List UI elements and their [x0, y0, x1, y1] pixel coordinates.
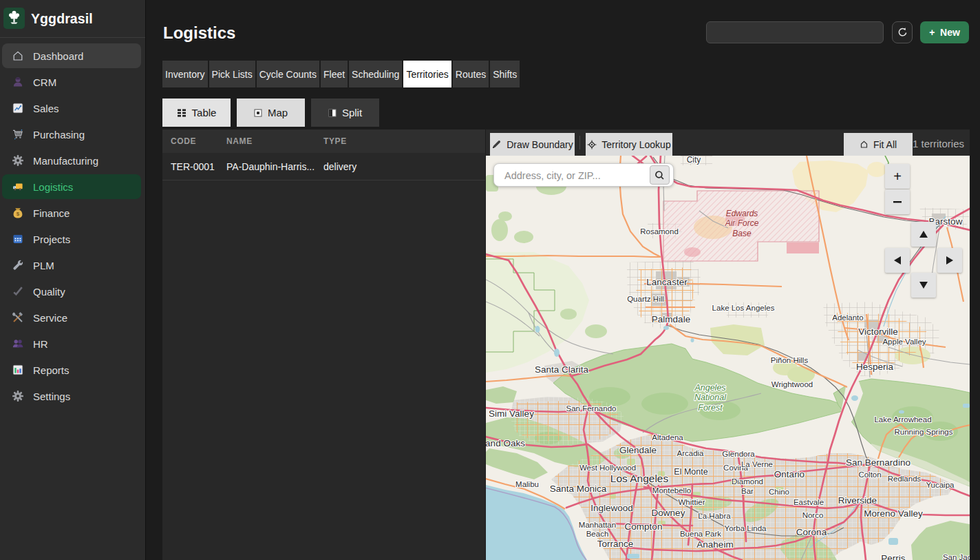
svg-text:Whittier: Whittier: [679, 498, 705, 506]
svg-text:Santa Monica: Santa Monica: [550, 484, 607, 494]
svg-text:Buena Park: Buena Park: [680, 530, 721, 538]
svg-text:El Monte: El Monte: [674, 467, 707, 477]
svg-text:Norco: Norco: [802, 511, 824, 519]
svg-text:Redlands: Redlands: [888, 475, 922, 483]
svg-text:Lake Los Angeles: Lake Los Angeles: [712, 304, 775, 312]
svg-text:La Habra: La Habra: [698, 512, 731, 520]
svg-text:Glendora: Glendora: [722, 450, 755, 458]
svg-text:Santa Clarita: Santa Clarita: [535, 364, 589, 375]
svg-text:Hesperia: Hesperia: [856, 362, 894, 372]
svg-text:Glendale: Glendale: [619, 445, 657, 455]
svg-text:Running Springs: Running Springs: [894, 428, 952, 436]
svg-text:Colton: Colton: [858, 470, 881, 479]
svg-text:Corona: Corona: [796, 527, 827, 537]
svg-text:Downey: Downey: [652, 508, 685, 518]
svg-text:San Jaci: San Jaci: [943, 553, 970, 560]
svg-text:San Bernardino: San Bernardino: [846, 457, 910, 468]
svg-text:Angeles: Angeles: [694, 383, 725, 393]
svg-text:Apple Valley: Apple Valley: [882, 338, 926, 346]
svg-text:Base: Base: [732, 229, 752, 238]
svg-text:Adelanto: Adelanto: [832, 313, 863, 322]
svg-text:Palmdale: Palmdale: [652, 314, 690, 324]
svg-text:Piñon Hills: Piñon Hills: [771, 356, 809, 364]
svg-text:$: $: [17, 211, 20, 217]
svg-text:Wrightwood: Wrightwood: [771, 380, 813, 388]
svg-text:Compton: Compton: [625, 521, 663, 532]
svg-text:Los Angeles: Los Angeles: [610, 473, 669, 484]
svg-text:Moreno Valley: Moreno Valley: [864, 508, 923, 519]
svg-text:La Verne: La Verne: [741, 460, 773, 468]
svg-text:San Fernando: San Fernando: [566, 404, 617, 413]
svg-text:Torrance: Torrance: [597, 539, 634, 549]
svg-text:Yorba Linda: Yorba Linda: [725, 524, 767, 532]
svg-text:Inglewood: Inglewood: [590, 503, 633, 513]
svg-text:Eastvale: Eastvale: [793, 498, 824, 506]
svg-text:West Hollywood: West Hollywood: [579, 464, 636, 472]
svg-text:Lake Arrowhead: Lake Arrowhead: [874, 415, 931, 424]
svg-text:Beach: Beach: [586, 530, 609, 538]
svg-text:Manhattan: Manhattan: [579, 521, 616, 529]
svg-text:Edwards: Edwards: [726, 209, 758, 218]
svg-text:Ontario: Ontario: [774, 469, 805, 479]
svg-text:Montebello: Montebello: [652, 486, 691, 495]
svg-text:Chino: Chino: [769, 488, 789, 496]
svg-text:Diamond: Diamond: [732, 477, 763, 486]
svg-text:Forest: Forest: [698, 403, 723, 413]
svg-text:National: National: [694, 393, 727, 402]
svg-text:Altadena: Altadena: [652, 433, 683, 442]
svg-text:and Oaks: and Oaks: [486, 438, 525, 448]
svg-text:Malibu: Malibu: [515, 480, 539, 488]
svg-text:Simi Valley: Simi Valley: [489, 408, 534, 419]
svg-text:Quartz Hill: Quartz Hill: [627, 295, 664, 303]
svg-text:Anaheim: Anaheim: [696, 539, 733, 550]
svg-text:Arcadia: Arcadia: [677, 449, 705, 457]
svg-text:Yucaipa: Yucaipa: [926, 481, 955, 489]
svg-text:City: City: [687, 156, 701, 165]
svg-text:Rosamond: Rosamond: [640, 227, 679, 236]
svg-text:Riverside: Riverside: [838, 495, 877, 506]
svg-text:Victorville: Victorville: [858, 326, 898, 337]
svg-text:Perris: Perris: [881, 553, 906, 560]
svg-text:Air Force: Air Force: [725, 218, 759, 228]
svg-text:Bar: Bar: [741, 487, 754, 495]
svg-text:Lancaster: Lancaster: [646, 277, 688, 287]
